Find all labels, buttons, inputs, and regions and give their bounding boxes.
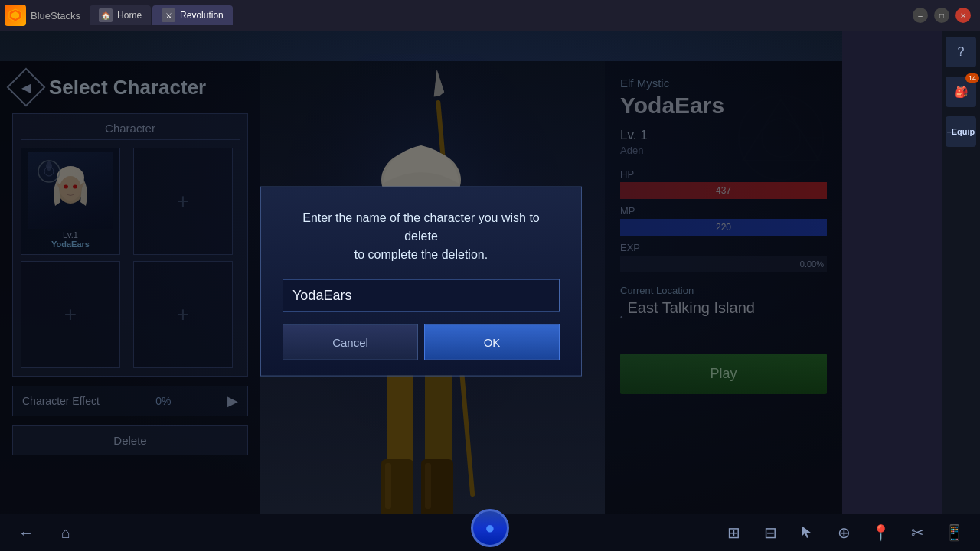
cut-icon[interactable]: ✂ [906,522,928,543]
bottom-bar-center: ● [471,518,509,547]
tab-revolution[interactable]: ⚔ Revolution [152,5,233,25]
title-bar-controls: – □ ✕ [913,8,980,23]
sidebar-equip-btn2[interactable]: –Equip [946,116,976,147]
cancel-button[interactable]: Cancel [283,324,418,360]
back-nav-icon: ← [18,524,34,542]
minimize-button[interactable]: – [913,8,928,23]
home-main-button[interactable]: ● [471,509,509,547]
location-icon[interactable]: 📍 [870,522,891,543]
gamepad-icon[interactable]: ⊟ [760,522,781,543]
bottom-bar-right: ⊞ ⊟ ⊕ 📍 ✂ 📱 [723,522,965,543]
delete-confirm-dialog: Enter the name of the character you wish… [260,187,582,377]
home-nav-button[interactable]: ⌂ [55,522,77,543]
sidebar-help-button[interactable]: ? [946,37,976,67]
tab-home[interactable]: 🏠 Home [90,5,151,25]
dialog-message-line3: to complete the deletion. [354,248,488,261]
equip-badge: 14 [965,73,979,83]
keyboard-icon[interactable]: ⊞ [723,522,744,543]
equip-icon: 🎒 [955,86,968,98]
app-name: BlueStacks [31,10,80,21]
dialog-message: Enter the name of the character you wish… [283,209,560,264]
tab-revolution-label: Revolution [180,10,224,21]
home-nav-icon: ⌂ [61,524,70,542]
sidebar-equip-button[interactable]: 🎒 14 [946,77,976,107]
bluestacks-logo [5,5,26,26]
equip-label: –Equip [947,127,975,136]
dialog-message-line2: delete [404,230,438,243]
ok-button[interactable]: OK [424,324,560,360]
home-tab-icon: 🏠 [99,8,113,22]
revolution-tab-icon: ⚔ [162,8,175,22]
back-nav-button[interactable]: ← [15,522,37,543]
tab-home-label: Home [117,10,142,21]
home-main-icon: ● [485,518,495,538]
bottom-bar: ← ⌂ ● ⊞ ⊟ ⊕ 📍 ✂ 📱 [0,514,980,551]
dialog-message-line1: Enter the name of the character you wish… [302,211,540,224]
maximize-button[interactable]: □ [934,8,949,23]
close-button[interactable]: ✕ [956,8,971,23]
cursor-icon[interactable] [796,522,818,543]
title-bar-left: BlueStacks 🏠 Home ⚔ Revolution [0,5,913,26]
right-sidebar: ? 🎒 14 –Equip [942,31,980,551]
phone-icon[interactable]: 📱 [943,522,965,543]
char-name-input[interactable] [283,279,560,312]
screenshot-icon[interactable]: ⊕ [833,522,854,543]
bottom-bar-left: ← ⌂ [15,522,77,543]
question-icon: ? [958,45,965,59]
game-area: ◀ Select Character Character Elf [0,31,842,551]
dialog-buttons: Cancel OK [283,324,560,360]
title-bar: BlueStacks 🏠 Home ⚔ Revolution – □ ✕ [0,0,980,31]
